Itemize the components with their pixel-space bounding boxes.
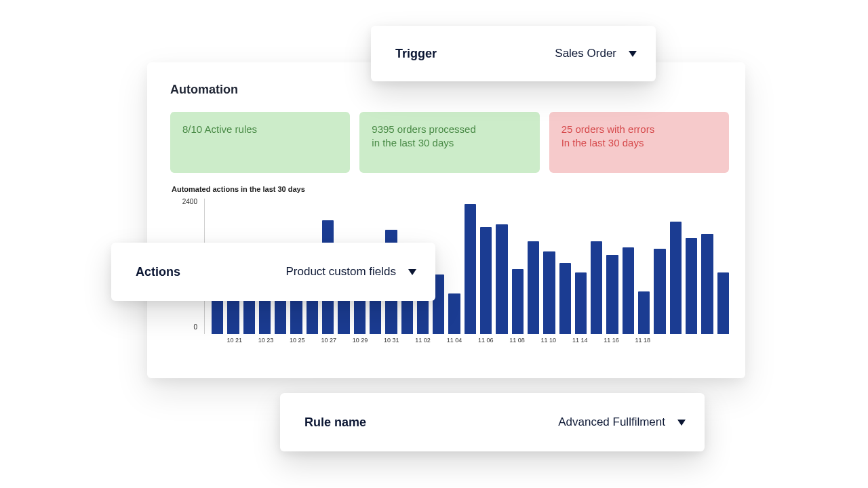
chart-bar	[227, 299, 239, 334]
chart-y-tick: 2400	[182, 198, 197, 205]
chart-x-tick	[556, 337, 572, 349]
chart-bar	[686, 238, 697, 334]
chart-x-tick	[619, 337, 635, 349]
chart-bar	[354, 299, 366, 334]
rule-name-value: Advanced Fullfilment	[558, 415, 665, 429]
chart-bar	[370, 299, 381, 334]
chart-bar	[575, 272, 587, 334]
chart-bar	[243, 299, 255, 334]
chart-x-tick: 10 27	[321, 337, 336, 349]
chart-x-tick: 11 14	[572, 337, 588, 349]
chart-bar	[543, 251, 555, 334]
chevron-down-icon	[629, 51, 637, 57]
chart-y-tick: 0	[193, 323, 197, 331]
chart-bar	[559, 263, 571, 334]
chart-bar	[480, 227, 492, 334]
chart-bar	[512, 269, 524, 334]
chart-x-tick: 10 31	[384, 337, 399, 349]
kpi-row: 8/10 Active rules 9395 orders processed …	[170, 112, 729, 173]
chart-x-tick: 11 08	[509, 337, 525, 349]
chevron-down-icon	[408, 269, 416, 275]
trigger-selector[interactable]: Trigger Sales Order	[371, 26, 656, 81]
automation-card: Automation 8/10 Active rules 9395 orders…	[147, 62, 745, 378]
chart-x-tick: 10 21	[226, 337, 242, 349]
chart-bar	[591, 241, 602, 334]
kpi-orders-processed: 9395 orders processed in the last 30 day…	[359, 112, 539, 173]
chart-x-tick	[305, 337, 321, 349]
chevron-down-icon	[677, 420, 686, 426]
kpi-active-rules: 8/10 Active rules	[170, 112, 350, 173]
chart-bar	[417, 299, 429, 334]
actions-value: Product custom fields	[285, 265, 396, 279]
chart-x-tick	[667, 337, 682, 349]
chart-bar	[701, 234, 713, 334]
kpi-line: 9395 orders processed	[372, 123, 527, 136]
trigger-label: Trigger	[395, 47, 437, 61]
chart-x-axis: 10 2110 2310 2510 2710 2910 3111 0211 04…	[204, 337, 729, 349]
kpi-orders-errors: 25 orders with errors In the last 30 day…	[549, 112, 729, 173]
kpi-line: in the last 30 days	[372, 136, 527, 150]
chart-x-tick	[462, 337, 478, 349]
chart-x-tick	[525, 337, 540, 349]
chart-x-tick	[336, 337, 352, 349]
chart-bar	[528, 241, 539, 334]
chart-bar	[654, 249, 665, 334]
chart-x-tick	[698, 337, 713, 349]
chart-x-tick: 11 06	[478, 337, 494, 349]
chart-title: Automated actions in the last 30 days	[172, 185, 729, 193]
chart-x-tick	[494, 337, 509, 349]
chart-x-tick	[650, 337, 666, 349]
chart-x-tick	[399, 337, 415, 349]
chart-x-tick: 11 04	[446, 337, 462, 349]
rule-name-label: Rule name	[304, 415, 366, 430]
chart-bar	[606, 255, 618, 334]
chart-bar	[275, 299, 286, 334]
chart-x-tick: 10 23	[258, 337, 273, 349]
chart-bar	[465, 204, 476, 334]
trigger-value: Sales Order	[555, 47, 616, 60]
chart-x-tick: 11 10	[540, 337, 556, 349]
chart-x-tick	[588, 337, 604, 349]
chart-x-tick	[713, 337, 729, 349]
chart-x-tick	[211, 337, 226, 349]
chart-bar	[623, 247, 634, 334]
chart-x-tick: 11 02	[415, 337, 431, 349]
chart-x-tick: 11 16	[604, 337, 619, 349]
chart-x-tick	[368, 337, 384, 349]
actions-label: Actions	[136, 265, 180, 279]
kpi-line: 8/10 Active rules	[182, 123, 338, 136]
chart-x-tick: 10 25	[290, 337, 305, 349]
chart-x-tick	[682, 337, 698, 349]
chart-bar	[638, 291, 650, 334]
chart-bar	[448, 293, 460, 334]
section-title: Automation	[170, 83, 729, 97]
chart-x-tick	[431, 337, 446, 349]
chart-x-tick	[274, 337, 290, 349]
chart-x-tick: 11 18	[635, 337, 650, 349]
rule-name-selector[interactable]: Rule name Advanced Fullfilment	[280, 393, 705, 451]
chart-bar	[338, 299, 349, 334]
chart-bar	[717, 272, 729, 334]
chart-x-tick	[242, 337, 258, 349]
actions-selector[interactable]: Actions Product custom fields	[111, 243, 435, 301]
chart-bar	[307, 299, 318, 334]
chart-bar	[290, 299, 302, 334]
chart-bar	[259, 299, 271, 334]
chart-x-tick: 10 29	[352, 337, 368, 349]
chart-bar	[496, 224, 507, 334]
kpi-line: 25 orders with errors	[561, 123, 717, 136]
chart-bar	[401, 299, 413, 334]
kpi-line: In the last 30 days	[561, 136, 717, 150]
chart-bar	[212, 299, 223, 334]
chart-bar	[670, 222, 682, 334]
